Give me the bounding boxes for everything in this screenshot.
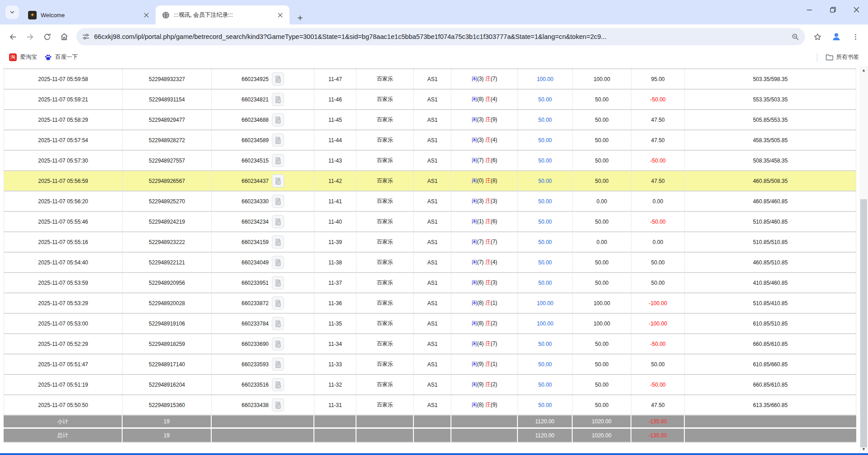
cell-valid-amount: 50.00	[573, 374, 631, 394]
tab-betrecord[interactable]: :::视讯, 会员下注纪录:::	[156, 5, 289, 24]
cell-bet-amount[interactable]: 50.00	[518, 150, 573, 170]
bookmark-star-icon[interactable]	[809, 28, 826, 45]
cell-bet-id: 522948925270	[123, 191, 212, 211]
cell-balance: 610.85/660.85	[685, 354, 856, 374]
table-row[interactable]: 2025-11-07 05:54:40522948922121660234049…	[4, 252, 856, 272]
window-restore-button[interactable]	[821, 0, 844, 19]
cell-bet-amount[interactable]: 50.00	[518, 170, 573, 191]
video-replay-button[interactable]	[272, 154, 284, 167]
table-row[interactable]: 2025-11-07 05:52:29522948918259660233690…	[4, 333, 856, 354]
video-replay-button[interactable]	[272, 235, 284, 249]
cell-bet-amount[interactable]: 100.00	[518, 313, 573, 333]
url-text[interactable]: 66cxkj98.com/ipl/portal.php/game/betreco…	[94, 33, 787, 40]
bookmark-baidu[interactable]: 百度一下	[41, 52, 81, 63]
cell-game-no: 660233438	[212, 394, 314, 415]
all-bookmarks-button[interactable]: 所有书签	[822, 52, 863, 63]
video-replay-button[interactable]	[272, 297, 284, 310]
video-replay-button[interactable]	[272, 134, 284, 147]
cell-bet-amount[interactable]: 50.00	[518, 333, 573, 354]
back-button[interactable]	[4, 28, 21, 45]
table-row[interactable]: 2025-11-07 05:56:20522948925270660234330…	[4, 191, 856, 211]
cell-bet-amount[interactable]: 50.00	[518, 394, 573, 415]
cell-game-type: 百家乐	[356, 354, 414, 374]
tab-close-icon[interactable]	[142, 11, 150, 19]
cell-round: 11-31	[314, 394, 356, 415]
table-row[interactable]: 2025-11-07 05:58:29522948929477660234688…	[4, 109, 856, 129]
cell-game-type: 百家乐	[356, 231, 414, 252]
cell-bet-amount[interactable]: 100.00	[518, 292, 573, 313]
cell-round: 11-36	[314, 292, 356, 313]
cell-bet-amount[interactable]: 100.00	[518, 68, 573, 89]
table-row[interactable]: 2025-11-07 05:50:50522948915360660233438…	[4, 394, 856, 415]
video-replay-button[interactable]	[272, 398, 284, 412]
page-scrollbar[interactable]: ▲ ▼	[859, 66, 868, 455]
cell-round: 11-44	[314, 129, 356, 150]
site-settings-icon[interactable]	[82, 33, 90, 40]
video-replay-button[interactable]	[272, 195, 284, 208]
profile-avatar[interactable]	[828, 28, 845, 45]
taobao-icon: 淘	[9, 53, 17, 61]
table-row[interactable]: 2025-11-07 05:55:46522948924219660234234…	[4, 211, 856, 231]
tab-search-button[interactable]	[5, 5, 19, 19]
table-row[interactable]: 2025-11-07 05:56:59522948926567660234437…	[4, 170, 856, 191]
cell-bet-amount[interactable]: 50.00	[518, 354, 573, 374]
video-replay-button[interactable]	[272, 358, 284, 371]
forward-button[interactable]	[21, 28, 38, 45]
cell-bet-amount[interactable]: 50.00	[518, 252, 573, 272]
table-row[interactable]: 2025-11-07 05:53:00522948919106660233784…	[4, 313, 856, 333]
video-replay-button[interactable]	[272, 378, 284, 391]
video-replay-button[interactable]	[272, 174, 284, 187]
scrollbar-up-arrow[interactable]: ▲	[859, 68, 868, 72]
table-row[interactable]: 2025-11-07 05:51:47522948917140660233593…	[4, 354, 856, 374]
video-replay-button[interactable]	[272, 113, 284, 126]
video-replay-button[interactable]	[272, 93, 284, 106]
bookmark-taobao[interactable]: 淘 爱淘宝	[5, 52, 41, 63]
cell-round: 11-37	[314, 272, 356, 292]
cell-bet-amount[interactable]: 50.00	[518, 109, 573, 129]
cell-result: 闲(0) 庄(8)	[451, 170, 518, 191]
cell-game-no: 660233784	[212, 313, 314, 333]
table-row[interactable]: 2025-11-07 05:59:58522948932327660234925…	[4, 68, 856, 89]
cell-balance: 660.85/610.85	[685, 374, 856, 394]
video-replay-button[interactable]	[272, 317, 284, 330]
menu-kebab-icon[interactable]	[847, 28, 864, 45]
table-row[interactable]: 2025-11-07 05:53:29522948920028660233872…	[4, 292, 856, 313]
video-replay-button[interactable]	[272, 337, 284, 350]
summary-label: 总计	[4, 429, 123, 443]
home-button[interactable]	[56, 28, 73, 45]
cell-bet-amount[interactable]: 50.00	[518, 374, 573, 394]
video-replay-button[interactable]	[272, 256, 284, 269]
address-bar[interactable]: 66cxkj98.com/ipl/portal.php/game/betreco…	[76, 28, 805, 45]
scrollbar-down-arrow[interactable]: ▼	[859, 447, 868, 451]
table-row[interactable]: 2025-11-07 05:55:16522948923222660234159…	[4, 231, 856, 252]
reload-button[interactable]	[38, 28, 56, 45]
window-minimize-button[interactable]	[797, 0, 821, 19]
scrollbar-thumb[interactable]	[860, 199, 867, 447]
zoom-magnifier-icon[interactable]	[792, 33, 799, 41]
bet-records-table: 2025-11-07 05:59:58522948932327660234925…	[4, 67, 856, 443]
cell-game-type: 百家乐	[356, 89, 414, 109]
cell-bet-amount[interactable]: 50.00	[518, 211, 573, 231]
cell-bet-amount[interactable]: 50.00	[518, 231, 573, 252]
table-row[interactable]: 2025-11-07 05:51:19522948916204660233516…	[4, 374, 856, 394]
cell-bet-id: 522948927557	[123, 150, 212, 170]
table-row[interactable]: 2025-11-07 05:57:54522948928272660234589…	[4, 129, 856, 150]
table-row[interactable]: 2025-11-07 05:57:30522948927557660234515…	[4, 150, 856, 170]
video-replay-button[interactable]	[272, 276, 284, 289]
window-close-button[interactable]	[844, 0, 868, 19]
cell-bet-amount[interactable]: 50.00	[518, 272, 573, 292]
table-row[interactable]: 2025-11-07 05:53:59522948920956660233951…	[4, 272, 856, 292]
cell-game-type: 百家乐	[356, 292, 414, 313]
video-replay-button[interactable]	[272, 72, 284, 86]
tab-close-icon[interactable]	[276, 11, 284, 19]
cell-bet-id: 522948932327	[123, 68, 212, 89]
cell-bet-amount[interactable]: 50.00	[518, 89, 573, 109]
tab-welcome[interactable]: ✦ Welcome	[22, 5, 156, 24]
summary-label: 小计	[4, 415, 123, 429]
cell-bet-amount[interactable]: 50.00	[518, 129, 573, 150]
table-row[interactable]: 2025-11-07 05:59:21522948931154660234821…	[4, 89, 856, 109]
cell-bet-amount[interactable]: 50.00	[518, 191, 573, 211]
cell-game-no: 660234330	[212, 191, 314, 211]
new-tab-button[interactable]	[293, 11, 307, 24]
video-replay-button[interactable]	[272, 215, 284, 228]
